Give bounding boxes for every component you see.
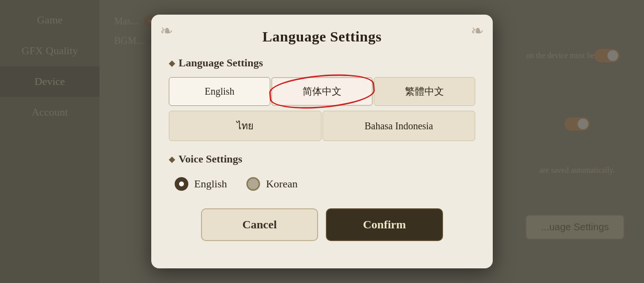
diamond-icon-voice: ◆ (169, 155, 175, 164)
lang-btn-english[interactable]: English (169, 77, 270, 106)
modal-backdrop: ❧ ❧ Language Settings ◆ Language Setting… (0, 0, 644, 283)
radio-english[interactable] (175, 177, 188, 191)
corner-decoration-left: ❧ (160, 21, 173, 40)
diamond-icon-lang: ◆ (169, 59, 175, 68)
language-options-row1: English 简体中文 繁體中文 (169, 77, 475, 106)
confirm-button[interactable]: Confirm (326, 208, 443, 241)
lang-btn-thai[interactable]: ไทย (169, 111, 322, 141)
language-settings-modal: ❧ ❧ Language Settings ◆ Language Setting… (151, 15, 493, 268)
language-section-header: ◆ Language Settings (169, 57, 475, 69)
voice-settings-section: ◆ Voice Settings English Korean (169, 153, 475, 195)
lang-btn-bahasa[interactable]: Bahasa Indonesia (322, 111, 475, 141)
voice-option-korean[interactable]: Korean (246, 177, 298, 191)
language-options-row2: ไทย Bahasa Indonesia (169, 111, 475, 141)
modal-buttons: Cancel Confirm (169, 208, 475, 241)
lang-btn-simplified-chinese[interactable]: 简体中文 (271, 77, 373, 106)
corner-decoration-right: ❧ (471, 21, 484, 40)
modal-title: Language Settings (169, 28, 475, 45)
radio-korean[interactable] (246, 177, 260, 191)
voice-options: English Korean (169, 173, 475, 195)
lang-btn-traditional-chinese[interactable]: 繁體中文 (374, 77, 475, 106)
voice-option-english[interactable]: English (175, 177, 227, 191)
cancel-button[interactable]: Cancel (201, 208, 318, 241)
voice-section-header: ◆ Voice Settings (169, 153, 475, 165)
